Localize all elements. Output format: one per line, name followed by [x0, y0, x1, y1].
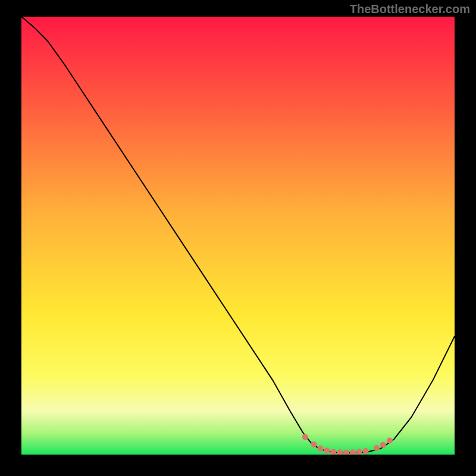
valley-dot: [363, 448, 369, 454]
valley-dot: [324, 447, 330, 453]
chart-background: [21, 17, 455, 455]
chart-area: [21, 17, 455, 455]
valley-dot: [317, 446, 323, 452]
valley-dot: [387, 437, 393, 443]
valley-dot: [380, 442, 386, 448]
chart-svg: [21, 17, 455, 455]
valley-dot: [374, 445, 380, 451]
watermark-text: TheBottlenecker.com: [350, 2, 470, 16]
valley-dot: [311, 441, 317, 447]
valley-dot: [302, 434, 308, 440]
